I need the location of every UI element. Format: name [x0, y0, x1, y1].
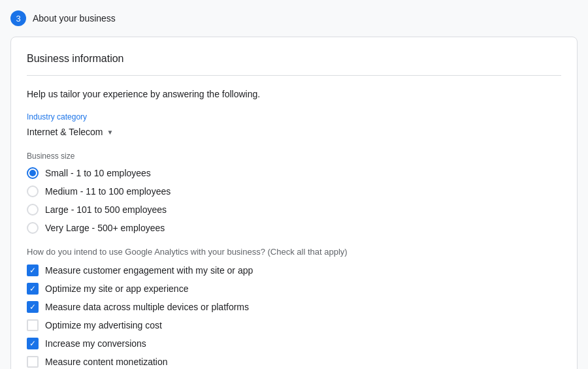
checkbox-optimize-advertising-label: Optimize my advertising cost — [45, 320, 162, 330]
industry-dropdown[interactable]: Internet & Telecom ▼ — [27, 125, 561, 138]
help-text: Help us tailor your experience by answer… — [27, 89, 561, 99]
radio-very-large[interactable]: Very Large - 500+ employees — [27, 222, 561, 234]
radio-medium-input[interactable] — [27, 185, 39, 197]
checkbox-optimize-advertising-input[interactable] — [27, 319, 39, 331]
checkbox-content-monetization-input[interactable] — [27, 356, 39, 368]
industry-label: Industry category — [27, 112, 561, 121]
industry-value: Internet & Telecom — [27, 127, 103, 137]
radio-very-large-label: Very Large - 500+ employees — [45, 223, 165, 233]
checkbox-measure-devices[interactable]: ✓ Measure data across multiple devices o… — [27, 301, 561, 313]
business-size-label: Business size — [27, 152, 561, 161]
checkbox-increase-conversions-label: Increase my conversions — [45, 338, 146, 349]
checkmark-icon: ✓ — [29, 266, 36, 274]
radio-large-label: Large - 101 to 500 employees — [45, 204, 167, 215]
radio-small-input[interactable] — [27, 167, 39, 179]
checkmark-icon: ✓ — [29, 303, 36, 311]
checkbox-content-monetization-label: Measure content monetization — [45, 357, 168, 367]
checkbox-measure-devices-label: Measure data across multiple devices or … — [45, 302, 249, 312]
checkmark-icon: ✓ — [29, 285, 36, 293]
business-info-card: Business information Help us tailor your… — [10, 37, 578, 369]
business-size-group: Business size Small - 1 to 10 employees … — [27, 152, 561, 234]
step-badge: 3 — [10, 10, 26, 26]
help-text-group: Help us tailor your experience by answer… — [27, 89, 561, 138]
intent-question: How do you intend to use Google Analytic… — [27, 247, 561, 257]
page-title: About your business — [33, 13, 116, 24]
checkbox-increase-conversions[interactable]: ✓ Increase my conversions — [27, 338, 561, 349]
checkmark-icon: ✓ — [29, 340, 36, 347]
radio-very-large-input[interactable] — [27, 222, 39, 234]
dropdown-arrow-icon: ▼ — [106, 129, 113, 136]
intent-checkbox-group: ✓ Measure customer engagement with my si… — [27, 265, 561, 369]
checkbox-optimize-site[interactable]: ✓ Optimize my site or app experience — [27, 283, 561, 295]
checkbox-measure-engagement-label: Measure customer engagement with my site… — [45, 265, 253, 276]
radio-small-label: Small - 1 to 10 employees — [45, 168, 151, 178]
checkbox-measure-engagement[interactable]: ✓ Measure customer engagement with my si… — [27, 265, 561, 276]
business-size-radio-group: Small - 1 to 10 employees Medium - 11 to… — [27, 167, 561, 234]
checkbox-optimize-site-input[interactable]: ✓ — [27, 283, 39, 295]
checkbox-increase-conversions-input[interactable]: ✓ — [27, 338, 39, 349]
radio-medium-label: Medium - 11 to 100 employees — [45, 186, 171, 197]
intent-group: How do you intend to use Google Analytic… — [27, 247, 561, 369]
checkbox-measure-devices-input[interactable]: ✓ — [27, 301, 39, 313]
radio-large-input[interactable] — [27, 204, 39, 216]
checkbox-optimize-advertising[interactable]: Optimize my advertising cost — [27, 319, 561, 331]
checkbox-measure-engagement-input[interactable]: ✓ — [27, 265, 39, 276]
card-title: Business information — [27, 53, 561, 76]
checkbox-content-monetization[interactable]: Measure content monetization — [27, 356, 561, 368]
radio-small[interactable]: Small - 1 to 10 employees — [27, 167, 561, 179]
radio-large[interactable]: Large - 101 to 500 employees — [27, 204, 561, 216]
checkbox-optimize-site-label: Optimize my site or app experience — [45, 283, 188, 294]
radio-medium[interactable]: Medium - 11 to 100 employees — [27, 185, 561, 197]
